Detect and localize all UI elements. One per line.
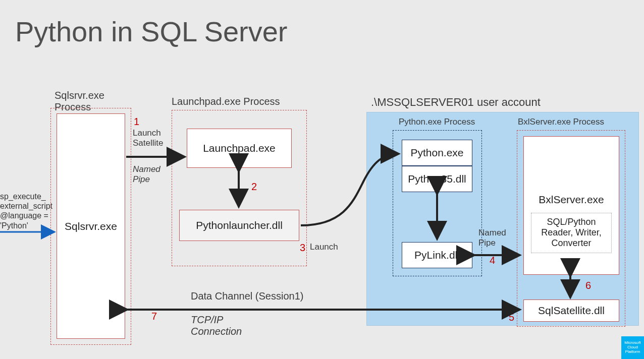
python35-box: Python35.dll	[402, 166, 472, 192]
python-process-label: Python.exe Process	[399, 117, 475, 127]
sqlpython-box: SQL/Python Reader, Writer, Converter	[531, 213, 612, 253]
data-channel-label: Data Channel (Session1)	[191, 290, 303, 302]
sqlsrvr-box: Sqlsrvr.exe	[57, 113, 125, 339]
launch-label: Launch	[310, 242, 338, 252]
tcpip-label: TCP/IP Connection	[191, 314, 242, 337]
python-exe-box: Python.exe	[402, 140, 472, 166]
ms-cloud-logo: Microsoft Cloud Platform	[621, 336, 644, 359]
named-pipe-2-label: Named Pipe	[478, 228, 506, 248]
step-2: 2	[251, 181, 257, 193]
launchpad-box: Launchpad.exe	[187, 129, 292, 168]
pythonlauncher-box: Pythonlauncher.dll	[179, 210, 299, 241]
bxlserver-title: BxlServer.exe	[539, 194, 604, 206]
bxlserver-box: BxlServer.exe SQL/Python Reader, Writer,…	[523, 136, 619, 275]
sp-execute-script-label: sp_execute_ external_script @language = …	[0, 192, 50, 230]
step-6: 6	[585, 280, 591, 291]
step-4: 4	[490, 255, 495, 266]
launch-satellite-label: Launch Satellite	[133, 128, 163, 148]
page-title: Python in SQL Server	[15, 15, 288, 48]
launchpad-process-label: Launchpad.exe Process	[172, 96, 280, 107]
step-3: 3	[300, 242, 305, 254]
step-1: 1	[134, 116, 139, 128]
sqlsatellite-box: SqlSatellite.dll	[523, 300, 619, 322]
step-5: 5	[509, 312, 514, 323]
pylink-box: PyLink.dll	[402, 242, 472, 268]
bxl-process-label: BxlServer.exe Process	[518, 117, 604, 127]
named-pipe-1-label: Named Pipe	[133, 164, 160, 185]
step-7: 7	[151, 311, 157, 322]
user-account-label: .\MSSQLSERVER01 user account	[371, 96, 541, 109]
